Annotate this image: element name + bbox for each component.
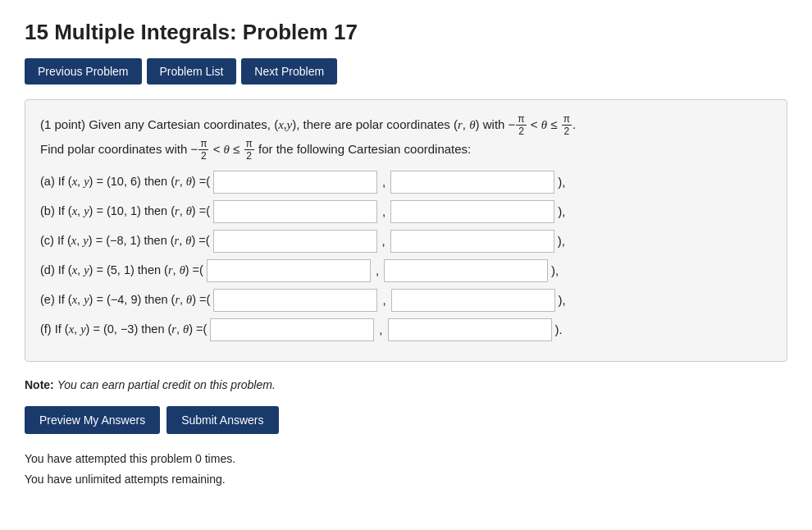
input-d-r[interactable] [207,259,371,282]
close-paren-e: ), [559,293,566,307]
problem-row-d: (d) If (x, y) = (5, 1) then (r, θ) =( , … [40,259,772,282]
input-a-theta[interactable] [390,171,554,194]
next-problem-button[interactable]: Next Problem [241,58,337,85]
comma-a: , [382,175,385,189]
page-title: 15 Multiple Integrals: Problem 17 [25,20,787,45]
problem-desc-2: Find polar coordinates with −π2 < θ ≤ π2… [40,142,471,156]
close-paren-d: ), [551,263,559,277]
problem-row-b: (b) If (x, y) = (10, 1) then (r, θ) =( ,… [40,200,772,223]
input-b-theta[interactable] [390,200,554,223]
part-b-label: (b) If (x, y) = (10, 1) then (r, θ) =( [40,204,210,218]
input-e-r[interactable] [213,289,377,312]
problem-row-f: (f) If (x, y) = (0, −3) then (r, θ) =( ,… [40,318,772,341]
input-c-r[interactable] [213,230,377,253]
input-c-theta[interactable] [390,230,554,253]
close-paren-f: ). [555,322,563,336]
preview-answers-button[interactable]: Preview My Answers [25,406,160,434]
attempt-line-1: You have attempted this problem 0 times. [25,449,787,469]
prev-problem-button[interactable]: Previous Problem [25,58,142,85]
problem-row-e: (e) If (x, y) = (−4, 9) then (r, θ) =( ,… [40,289,772,312]
input-e-theta[interactable] [391,289,555,312]
attempt-info: You have attempted this problem 0 times.… [25,449,787,490]
input-f-theta[interactable] [388,318,552,341]
submit-answers-button[interactable]: Submit Answers [167,406,278,434]
close-paren-c: ), [558,234,565,248]
input-b-r[interactable] [213,200,377,223]
part-a-label: (a) If (x, y) = (10, 6) then (r, θ) =( [40,175,210,189]
input-a-r[interactable] [213,171,377,194]
problem-points: (1 point) Given any Cartesian coordinate… [40,117,576,131]
comma-b: , [382,204,385,218]
note-section: Note: You can earn partial credit on thi… [25,378,787,391]
close-paren-a: ), [558,175,565,189]
problem-row-a: (a) If (x, y) = (10, 6) then (r, θ) =( ,… [40,171,772,194]
problem-list-button[interactable]: Problem List [147,58,237,85]
comma-f: , [379,322,382,336]
note-label: Note: [25,378,54,391]
close-paren-b: ), [558,204,565,218]
comma-e: , [382,293,385,307]
problem-row-c: (c) If (x, y) = (−8, 1) then (r, θ) =( ,… [40,230,772,253]
part-d-label: (d) If (x, y) = (5, 1) then (r, θ) =( [40,263,203,277]
problem-box: (1 point) Given any Cartesian coordinate… [25,99,787,362]
part-f-label: (f) If (x, y) = (0, −3) then (r, θ) =( [40,322,207,336]
nav-buttons: Previous Problem Problem List Next Probl… [25,58,787,85]
attempt-line-2: You have unlimited attempts remaining. [25,469,787,490]
note-text: You can earn partial credit on this prob… [57,378,276,391]
part-e-label: (e) If (x, y) = (−4, 9) then (r, θ) =( [40,293,210,307]
comma-d: , [376,263,379,277]
input-d-theta[interactable] [384,259,548,282]
problem-description: (1 point) Given any Cartesian coordinate… [40,113,772,162]
part-c-label: (c) If (x, y) = (−8, 1) then (r, θ) =( [40,234,210,248]
action-buttons: Preview My Answers Submit Answers [25,406,787,434]
input-f-r[interactable] [210,318,374,341]
comma-c: , [382,234,385,248]
